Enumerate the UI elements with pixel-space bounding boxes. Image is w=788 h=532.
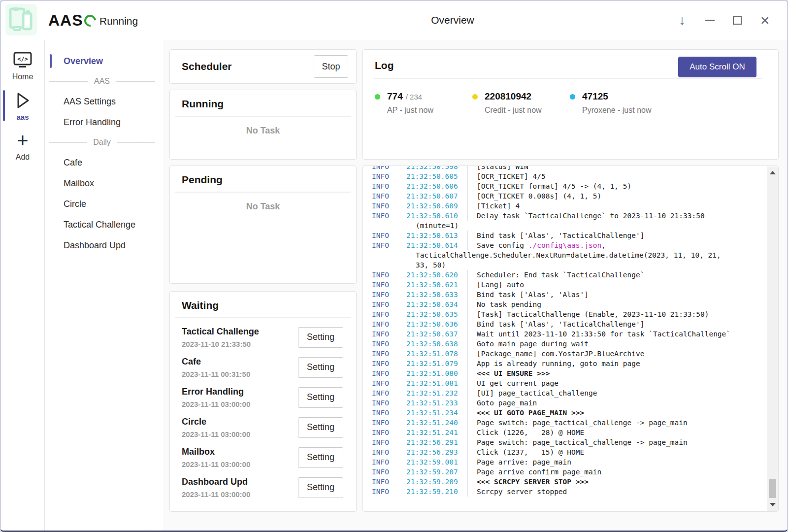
sidebar-item-tactical-challenge[interactable]: Tactical Challenge (45, 214, 163, 235)
waiting-task-info: Mailbox2023-11-11 03:00:00 (182, 447, 250, 468)
auto-scroll-toggle-button[interactable]: Auto Scroll ON (678, 57, 756, 77)
log-separator (467, 359, 467, 368)
log-message: Goto page_main (477, 399, 537, 407)
log-level: INFO (372, 281, 406, 289)
sidebar-item-mailbox[interactable]: Mailbox (45, 173, 163, 194)
log-separator (467, 408, 467, 418)
waiting-task-next-run: 2023-11-11 03:00:00 (182, 460, 250, 468)
log-separator (467, 211, 467, 221)
rail-item-home[interactable]: </> Home (0, 49, 45, 81)
log-console[interactable]: INFO21:32:50.598[Status] WININFO21:32:50… (363, 166, 767, 511)
log-message: (minute=1) (416, 222, 459, 230)
log-message: Bind task ['Alas', 'Alas'] (477, 291, 589, 299)
stop-button[interactable]: Stop (314, 55, 348, 78)
log-row: INFO21:32:50.634No task pending (363, 299, 767, 309)
setting-button[interactable]: Setting (298, 387, 343, 408)
log-message: <<< SCRCPY SERVER STOP >>> (477, 478, 589, 486)
setting-button[interactable]: Setting (298, 477, 343, 498)
running-empty-text: No Task (170, 126, 356, 136)
log-scrollbar[interactable] (767, 166, 778, 511)
log-level: INFO (372, 271, 406, 279)
home-code-monitor-icon: </> (13, 49, 33, 71)
maximize-icon[interactable] (723, 6, 751, 34)
sidebar-item-overview[interactable]: Overview (45, 52, 163, 70)
log-message: No task pending (477, 300, 541, 308)
log-level: INFO (372, 232, 406, 239)
scheduler-status-text: Running (99, 15, 138, 27)
setting-button[interactable]: Setting (298, 357, 343, 378)
rail-item-aas[interactable]: aas (0, 89, 45, 121)
stat-label: AP - just now (387, 106, 472, 115)
waiting-task-row: Dashboard Upd2023-11-11 03:00:00Setting (170, 472, 356, 502)
sidebar-item-cafe[interactable]: Cafe (45, 152, 163, 173)
stat-label: Credit - just now (485, 106, 570, 115)
log-separator (467, 339, 467, 349)
log-level: INFO (372, 350, 406, 358)
log-separator (467, 299, 467, 309)
log-row: INFO21:32:56.291Page switch: page_tactic… (363, 437, 767, 447)
log-message: [Lang] auto (477, 281, 524, 289)
log-console-card: INFO21:32:50.598[Status] WININFO21:32:50… (362, 166, 779, 512)
stat-value: 220810942 (485, 91, 531, 102)
log-timestamp: 21:32:59.210 (406, 488, 467, 496)
log-message: Bind task ['Alas', 'TacticalChallenge'] (477, 232, 644, 239)
log-separator (467, 398, 467, 408)
setting-button[interactable]: Setting (298, 447, 343, 468)
waiting-task-next-run: 2023-11-10 21:33:50 (182, 340, 259, 348)
setting-button[interactable]: Setting (298, 327, 343, 348)
log-row: INFO21:32:50.636Bind task ['Alas', 'Tact… (363, 319, 767, 329)
app-window: AAS Running Overview ↓ × </> Home (0, 0, 788, 532)
log-separator (467, 487, 467, 497)
plus-icon: + (17, 129, 28, 152)
log-timestamp: 21:32:50.610 (406, 212, 467, 220)
sidebar-item-label: Mailbox (64, 178, 94, 189)
sidebar-item-label: Overview (64, 56, 103, 66)
log-row: INFO21:32:51.240Page switch: page_tactic… (363, 418, 767, 428)
sidebar-item-aas-settings[interactable]: AAS Settings (45, 91, 163, 112)
waiting-task-row: Circle2023-11-11 03:00:00Setting (170, 412, 356, 442)
scrollbar-down-arrow-icon[interactable] (770, 503, 776, 506)
log-row: INFO21:32:50.606[OCR_TICKET format] 4/5 … (363, 181, 767, 191)
log-level: INFO (372, 458, 406, 466)
log-level: INFO (372, 320, 406, 328)
waiting-task-row: Error Handling2023-11-11 03:00:00Setting (170, 382, 356, 412)
sidebar-item-error-handling[interactable]: Error Handling (45, 112, 163, 133)
log-separator (467, 418, 467, 428)
log-timestamp: 21:32:59.001 (406, 458, 467, 466)
log-level: INFO (372, 330, 406, 338)
scrollbar-up-arrow-icon[interactable] (770, 171, 776, 174)
setting-button[interactable]: Setting (298, 417, 343, 438)
log-message: [OCR_TICKET 0.008s] (4, 1, 5) (477, 192, 601, 200)
sidebar-item-circle[interactable]: Circle (45, 194, 163, 214)
log-row: INFO21:32:59.210Scrcpy server stopped (363, 487, 767, 497)
log-row: INFO21:32:50.620Scheduler: End task `Tac… (363, 270, 767, 280)
log-timestamp: 21:32:51.079 (406, 360, 467, 367)
close-icon[interactable]: × (751, 6, 779, 34)
scrollbar-thumb[interactable] (769, 479, 776, 498)
active-item-indicator (50, 54, 52, 68)
log-message: Delay task `TacticalChallenge` to 2023-1… (477, 212, 705, 220)
sidebar-item-dashboard-upd[interactable]: Dashboard Upd (45, 235, 163, 256)
log-stat: 47125Pyroxene - just now (570, 91, 667, 115)
log-level: INFO (372, 409, 406, 417)
log-timestamp: 21:32:50.638 (406, 340, 467, 348)
log-separator (467, 201, 467, 211)
log-timestamp: 21:32:50.607 (406, 192, 467, 200)
log-level: INFO (372, 212, 406, 220)
log-timestamp: 21:32:50.636 (406, 320, 467, 328)
log-message: [Ticket] 4 (477, 202, 520, 210)
rail-item-add[interactable]: + Add (0, 129, 45, 162)
log-message: App is already running, goto main page (477, 360, 640, 367)
log-separator (467, 309, 467, 319)
log-row: INFO21:32:51.233Goto page_main (363, 398, 767, 408)
scheduler-card: Scheduler Stop (169, 49, 357, 84)
log-message: [Status] WIN (477, 166, 528, 170)
app-logo-icon (5, 4, 37, 35)
waiting-task-name: Cafe (182, 357, 250, 367)
minimize-icon[interactable] (696, 6, 723, 34)
waiting-task-info: Dashboard Upd2023-11-11 03:00:00 (182, 477, 250, 499)
hide-to-tray-icon[interactable]: ↓ (668, 6, 696, 34)
log-message: [OCR_TICKET format] 4/5 -> (4, 1, 5) (477, 182, 631, 190)
log-row: INFO21:32:50.614Save config ./config\aas… (363, 240, 767, 250)
log-row: INFO21:32:50.598[Status] WIN (363, 166, 767, 171)
